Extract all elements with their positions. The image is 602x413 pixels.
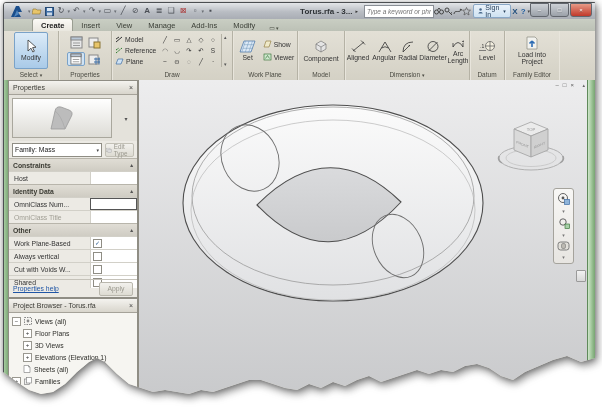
viewport-restore-icon[interactable]: □ xyxy=(563,82,567,88)
sheet-list-icon[interactable]: ≣ xyxy=(154,6,165,17)
exchange-apps-icon[interactable]: X xyxy=(511,5,519,17)
sync-icon[interactable]: ↻ xyxy=(56,6,67,17)
communication-icon[interactable] xyxy=(453,5,462,17)
section-collapse-icon[interactable]: ▴ xyxy=(130,188,133,194)
draw-model-button[interactable]: Model xyxy=(115,34,159,45)
undo-icon[interactable]: ↶ xyxy=(71,6,82,17)
angular-dimension-button[interactable]: Angular xyxy=(372,40,396,61)
family-category-icon[interactable] xyxy=(85,53,103,66)
tab-manage[interactable]: Manage xyxy=(140,19,183,31)
viewport-minimize-icon[interactable]: – xyxy=(556,82,559,88)
help-search-input[interactable] xyxy=(365,7,433,16)
line-tool[interactable]: ╱ xyxy=(159,34,171,45)
sign-in-button[interactable]: Sign In ▾ xyxy=(473,4,511,18)
arc-center-ends-tool[interactable]: ◡ xyxy=(171,45,183,56)
polygon-inscribed-tool[interactable]: △ xyxy=(183,34,195,45)
sync-arrow[interactable]: ▾ xyxy=(68,8,71,14)
restore-button[interactable]: □ xyxy=(550,3,569,17)
redo-arrow[interactable]: ▾ xyxy=(99,8,102,14)
section-constraints[interactable]: Constraints ▴ xyxy=(9,158,137,171)
help-icon[interactable]: ? xyxy=(519,5,527,17)
cut-with-voids-checkbox[interactable] xyxy=(93,265,102,274)
arc-tangent-tool[interactable]: ↷ xyxy=(183,45,195,56)
pan-dropdown-arrow[interactable]: ▾ xyxy=(562,255,565,260)
properties-help-link[interactable]: Properties help xyxy=(13,285,59,292)
polygon-circumscribed-tool[interactable]: ◇ xyxy=(195,34,207,45)
rectangle-tool[interactable]: ▭ xyxy=(171,34,183,45)
family-types-icon[interactable] xyxy=(85,36,103,49)
measure-arrow[interactable]: ▾ xyxy=(114,8,117,14)
ribbon-state-toggle[interactable]: ▭ ▾ xyxy=(269,24,278,31)
arc-fillet-tool[interactable]: ↶ xyxy=(195,45,207,56)
measure-icon[interactable]: ▭ xyxy=(102,6,113,17)
canvas-scroll-up-icon[interactable]: ▴ xyxy=(582,82,585,88)
close-hide-icon[interactable]: ⊠ xyxy=(178,6,189,17)
properties-group-label[interactable]: Properties xyxy=(59,69,111,80)
select-group-label[interactable]: Select▾ xyxy=(4,69,58,80)
pick-lines-tool[interactable]: ╱ xyxy=(195,56,207,67)
omniclass-number-input[interactable] xyxy=(90,198,137,210)
scroll-up-icon[interactable]: ▴ xyxy=(224,34,227,40)
tab-add-ins[interactable]: Add-Ins xyxy=(183,19,225,31)
always-vertical-checkbox[interactable] xyxy=(93,252,102,261)
pan-wheel-icon[interactable] xyxy=(557,241,570,251)
tree-item-families[interactable]: + Families xyxy=(9,375,137,387)
undo-arrow[interactable]: ▾ xyxy=(83,8,86,14)
zoom-dropdown-arrow[interactable]: ▾ xyxy=(562,233,565,238)
show-work-plane-button[interactable]: Show xyxy=(263,39,295,50)
qat-more-icon[interactable]: ▾ xyxy=(202,8,205,14)
load-into-project-button[interactable]: Load into Project xyxy=(510,36,554,65)
spline-tool[interactable]: S xyxy=(207,45,219,56)
revit-logo-icon[interactable] xyxy=(7,4,27,18)
close-button[interactable]: × xyxy=(570,3,592,17)
expander-icon[interactable]: − xyxy=(12,317,21,326)
qat-dropdown-arrow[interactable]: ▾ xyxy=(28,8,31,14)
properties-toggle-icon[interactable] xyxy=(67,52,85,66)
tag-icon[interactable]: ⊘ xyxy=(130,6,141,17)
host-value[interactable] xyxy=(90,172,137,184)
ellipse-tool[interactable]: ⊙ xyxy=(171,56,183,67)
title-expand-arrow[interactable]: ▸ xyxy=(355,8,358,14)
expander-icon[interactable]: + xyxy=(23,353,32,362)
sign-in-arrow[interactable]: ▾ xyxy=(503,8,506,14)
section-identity-data[interactable]: Identity Data ▴ xyxy=(9,184,137,197)
key-icon[interactable] xyxy=(444,5,453,17)
tab-create[interactable]: Create xyxy=(32,18,73,31)
tree-item-sheets[interactable]: Sheets (all) xyxy=(9,363,137,375)
tree-item-3d-views[interactable]: + 3D Views xyxy=(9,339,137,351)
modify-line-icon[interactable]: ╱ xyxy=(118,6,129,17)
favorites-star-icon[interactable] xyxy=(462,5,471,17)
dimension-group-label[interactable]: Dimension▾ xyxy=(345,69,469,80)
selector-dropdown-arrow[interactable]: ▾ xyxy=(96,147,99,153)
draw-plane-button[interactable]: Plane xyxy=(115,56,159,67)
arc-length-dimension-button[interactable]: Arc Length xyxy=(447,37,469,64)
workset-icon[interactable]: ▫ xyxy=(190,6,201,17)
viewport-close-icon[interactable]: × xyxy=(570,82,574,88)
text-icon[interactable]: A xyxy=(142,6,153,17)
draw-reference-button[interactable]: Reference xyxy=(115,45,159,56)
edit-type-button[interactable]: Edit Type xyxy=(105,143,134,157)
redo-icon[interactable]: ↷ xyxy=(87,6,98,17)
tree-item-elevations[interactable]: + Elevations (Elevation 1) xyxy=(9,351,137,363)
section-collapse-icon[interactable]: ▴ xyxy=(130,162,133,168)
drawing-canvas[interactable]: – □ × ▴ TOP FRONT RIGHT xyxy=(138,80,588,411)
omniclass-title-value[interactable] xyxy=(90,211,137,223)
search-binoculars-icon[interactable] xyxy=(434,5,444,17)
modify-button[interactable]: Modify xyxy=(14,32,48,69)
expander-icon[interactable]: + xyxy=(23,329,32,338)
canvas-scrollbar-thumb[interactable] xyxy=(576,270,586,282)
qat-collapse-icon[interactable]: ▪ xyxy=(205,6,216,17)
tab-modify[interactable]: Modify xyxy=(225,19,263,31)
circle-tool[interactable]: ○ xyxy=(207,34,219,45)
tab-view[interactable]: View xyxy=(108,19,140,31)
tree-item-floor-plans[interactable]: + Floor Plans xyxy=(9,327,137,339)
view-cube[interactable]: TOP FRONT RIGHT xyxy=(496,116,566,178)
expander-icon[interactable]: + xyxy=(23,341,32,350)
component-button[interactable]: Component xyxy=(303,39,338,62)
viewer-button[interactable]: Viewer xyxy=(263,52,295,63)
window-icon[interactable]: ❏ xyxy=(166,6,177,17)
radial-dimension-button[interactable]: Radial xyxy=(397,40,419,61)
aligned-dimension-button[interactable]: Aligned xyxy=(345,40,371,61)
spline-points-tool[interactable]: ~ xyxy=(159,56,171,67)
expander-icon[interactable]: + xyxy=(12,377,21,386)
